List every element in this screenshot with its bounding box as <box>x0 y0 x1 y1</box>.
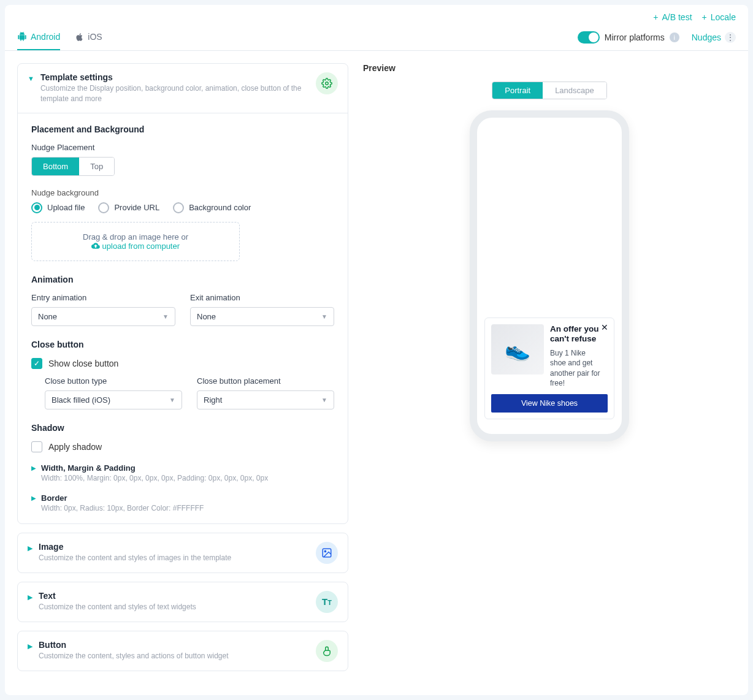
nudge-placement-label: Nudge Placement <box>31 143 334 152</box>
nudge-title: An offer you can't refuse <box>550 324 602 345</box>
border-title: Border <box>41 493 204 503</box>
entry-anim-select[interactable]: None ▼ <box>31 307 175 326</box>
svg-point-2 <box>324 550 326 552</box>
chevron-down-icon: ▼ <box>321 313 327 320</box>
animation-title: Animation <box>31 275 334 284</box>
exit-anim-label: Exit animation <box>190 293 334 302</box>
checkbox-icon: ✓ <box>31 358 42 369</box>
radio-provide-url[interactable]: Provide URL <box>98 202 159 213</box>
apply-shadow-checkbox[interactable]: Apply shadow <box>31 441 334 452</box>
dropzone-text: Drag & drop an image here or <box>83 232 188 242</box>
chevron-down-icon: ▼ <box>169 397 175 403</box>
exit-anim-select[interactable]: None ▼ <box>190 307 334 326</box>
nudges-label: Nudges <box>692 32 721 42</box>
chevron-right-icon: ▶ <box>31 465 36 471</box>
chevron-down-icon: ▼ <box>162 313 169 320</box>
gear-icon <box>316 72 338 94</box>
shadow-title: Shadow <box>31 423 334 433</box>
android-icon <box>17 32 27 42</box>
button-title: Button <box>39 640 310 650</box>
button-subtitle: Customize the content, styles and action… <box>39 651 310 661</box>
width-margin-padding-section[interactable]: ▶ Width, Margin & Padding Width: 100%, M… <box>31 463 334 482</box>
wmp-subtitle: Width: 100%, Margin: 0px, 0px, 0px, 0px,… <box>41 474 268 482</box>
show-close-label: Show close button <box>48 359 118 368</box>
template-settings-title: Template settings <box>40 72 310 82</box>
upload-dropzone[interactable]: Drag & drop an image here or upload from… <box>31 222 240 261</box>
image-section-card[interactable]: ▶ Image Customize the content and styles… <box>17 533 348 573</box>
chevron-right-icon[interactable]: ▶ <box>28 544 32 552</box>
entry-anim-value: None <box>38 312 57 321</box>
placement-segmented: Bottom Top <box>31 157 115 176</box>
radio-url-label: Provide URL <box>114 203 159 212</box>
radio-upload-file[interactable]: Upload file <box>31 202 85 213</box>
nudge-bg-label: Nudge background <box>31 188 334 197</box>
mirror-toggle[interactable] <box>578 31 600 44</box>
chevron-down-icon[interactable]: ▼ <box>28 75 34 82</box>
chevron-right-icon[interactable]: ▶ <box>28 593 32 601</box>
exit-anim-value: None <box>197 312 216 321</box>
tab-ios[interactable]: iOS <box>75 25 102 50</box>
placement-bg-title: Placement and Background <box>31 124 334 134</box>
nudge-preview: 👟 An offer you can't refuse Buy 1 Nike s… <box>484 318 614 420</box>
nudge-image: 👟 <box>491 324 544 375</box>
cloud-upload-icon <box>91 242 100 250</box>
image-title: Image <box>39 542 310 552</box>
ab-test-label: A/B test <box>662 12 692 22</box>
close-type-label: Close button type <box>45 376 182 386</box>
plus-icon: + <box>702 12 707 22</box>
mirror-platforms-toggle-group: Mirror platforms i <box>578 31 679 44</box>
show-close-checkbox[interactable]: ✓ Show close button <box>31 358 334 369</box>
close-place-select[interactable]: Right ▼ <box>197 390 334 409</box>
locale-button[interactable]: + Locale <box>702 12 736 22</box>
orientation-portrait[interactable]: Portrait <box>492 82 543 99</box>
close-place-label: Close button placement <box>197 376 334 386</box>
info-icon[interactable]: i <box>670 32 679 42</box>
tab-android[interactable]: Android <box>17 25 60 50</box>
text-icon: TT <box>316 591 338 613</box>
chevron-right-icon: ▶ <box>31 495 36 501</box>
radio-bgcolor-label: Background color <box>189 203 251 212</box>
image-icon <box>316 542 338 564</box>
ab-test-button[interactable]: + A/B test <box>653 12 692 22</box>
wmp-title: Width, Margin & Padding <box>41 463 268 473</box>
apple-icon <box>75 32 84 42</box>
orientation-landscape[interactable]: Landscape <box>543 82 606 99</box>
touch-icon <box>316 640 338 662</box>
tab-android-label: Android <box>31 32 60 42</box>
text-section-card[interactable]: ▶ Text Customize the content and styles … <box>17 582 348 622</box>
template-settings-card: ▼ Template settings Customize the Displa… <box>17 63 348 524</box>
close-icon[interactable]: ✕ <box>599 322 610 333</box>
radio-upload-label: Upload file <box>47 203 85 212</box>
close-type-select[interactable]: Black filled (iOS) ▼ <box>45 390 182 409</box>
nudges-link[interactable]: Nudges ⋮ <box>692 32 736 43</box>
preview-label: Preview <box>363 63 736 73</box>
chevron-down-icon: ▼ <box>321 397 327 403</box>
template-settings-subtitle: Customize the Display position, backgrou… <box>40 83 310 104</box>
placement-bottom[interactable]: Bottom <box>32 158 79 175</box>
device-preview: 👟 An offer you can't refuse Buy 1 Nike s… <box>470 110 629 441</box>
button-section-card[interactable]: ▶ Button Customize the content, styles a… <box>17 631 348 671</box>
entry-anim-label: Entry animation <box>31 293 175 302</box>
text-title: Text <box>39 591 310 601</box>
close-place-value: Right <box>204 395 222 405</box>
dropzone-link[interactable]: upload from computer <box>102 242 180 251</box>
nudge-description: Buy 1 Nike shoe and get another pair for… <box>550 348 602 388</box>
placement-top[interactable]: Top <box>79 158 114 175</box>
apply-shadow-label: Apply shadow <box>48 442 102 452</box>
kebab-icon[interactable]: ⋮ <box>725 32 736 43</box>
locale-label: Locale <box>711 12 736 22</box>
border-subtitle: Width: 0px, Radius: 10px, Border Color: … <box>41 504 204 512</box>
close-type-value: Black filled (iOS) <box>52 395 110 405</box>
image-subtitle: Customize the content and styles of imag… <box>39 553 310 563</box>
orientation-segmented: Portrait Landscape <box>492 82 607 99</box>
nudge-cta-button[interactable]: View Nike shoes <box>491 394 608 413</box>
mirror-label: Mirror platforms <box>605 32 665 42</box>
plus-icon: + <box>653 12 658 22</box>
chevron-right-icon[interactable]: ▶ <box>28 642 32 650</box>
border-section[interactable]: ▶ Border Width: 0px, Radius: 10px, Borde… <box>31 493 334 512</box>
svg-point-0 <box>326 82 329 85</box>
text-subtitle: Customize the content and styles of text… <box>39 602 310 612</box>
radio-bg-color[interactable]: Background color <box>173 202 251 213</box>
tab-ios-label: iOS <box>88 32 102 42</box>
checkbox-icon <box>31 441 42 452</box>
